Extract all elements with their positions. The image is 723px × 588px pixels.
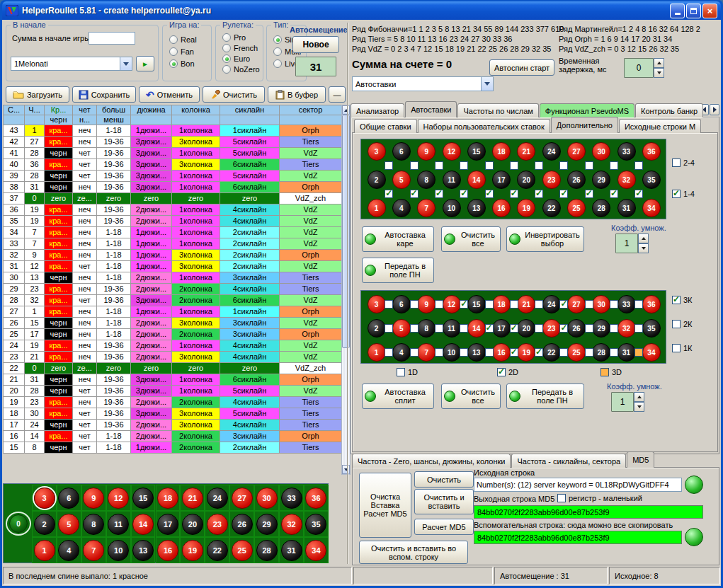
md5-source-sphere-button[interactable] [685, 475, 703, 494]
spin-row-35[interactable]: 3519кра...неч19-362дюжи...1колонка4сикла… [4, 216, 342, 227]
number-2[interactable]: 2 [368, 319, 386, 338]
number-28[interactable]: 28 [256, 540, 278, 561]
spin-row-19[interactable]: 1923кра...неч19-362дюжи...2колонка4сикла… [4, 397, 342, 408]
number-17[interactable]: 17 [492, 171, 511, 189]
spin-row-36[interactable]: 3619кра...неч19-362дюжи...1колонка4сикла… [4, 204, 342, 216]
maximize-button[interactable] [686, 4, 701, 18]
number-16[interactable]: 16 [492, 343, 511, 362]
number-22[interactable]: 22 [542, 343, 561, 362]
number-26[interactable]: 26 [232, 514, 253, 535]
number-33[interactable]: 33 [617, 295, 636, 313]
number-15[interactable]: 15 [132, 488, 154, 509]
tab-частота-zero-шансы-дюжины-колонки[interactable]: Частота - Zero, шансы, дюжины, колонки [352, 454, 511, 468]
radio-pro[interactable]: Pro [222, 32, 262, 42]
spin-down-icon[interactable] [634, 402, 644, 412]
number-12[interactable]: 12 [443, 295, 461, 313]
number-31[interactable]: 31 [281, 540, 302, 561]
number-15[interactable]: 15 [467, 295, 486, 313]
split-checkbox-0-3[interactable]: ✓ [460, 300, 468, 309]
column-header[interactable] [25, 115, 45, 125]
spin-row-43[interactable]: 431кра...неч1-181дюжи...1колонка1сиклайн… [4, 125, 342, 137]
number-31[interactable]: 31 [617, 199, 636, 217]
kare-bottom-checkbox-10[interactable]: ✓ [634, 190, 643, 198]
split-checkbox-1-6[interactable] [535, 324, 543, 333]
split-checkbox-0-10[interactable] [634, 300, 643, 309]
number-5[interactable]: 5 [392, 171, 411, 189]
md5-calc-button[interactable]: Расчет MD5 [414, 519, 474, 535]
number-35[interactable]: 35 [642, 319, 661, 338]
autospin-button[interactable]: Автоспин старт [489, 59, 554, 76]
number-2[interactable]: 2 [368, 171, 386, 189]
dozen-check-3D[interactable]: 3D [600, 368, 622, 376]
number-29[interactable]: 29 [256, 514, 278, 535]
transfer-split-button[interactable]: Передать в поле ПН [506, 384, 584, 409]
number-9[interactable]: 9 [417, 142, 435, 161]
number-5[interactable]: 5 [58, 514, 79, 535]
spin-row-41[interactable]: 4128чернчет19-363дюжи...1колонка5сиклайн… [4, 148, 342, 159]
dozen-check-1D[interactable]: 1D [397, 368, 418, 376]
split-checkbox-1-9[interactable] [610, 324, 618, 333]
number-13[interactable]: 13 [467, 199, 486, 217]
play-button[interactable]: ► [136, 56, 154, 71]
number-13[interactable]: 13 [132, 540, 154, 561]
column-check-2К[interactable]: 2К [672, 320, 693, 328]
number-4[interactable]: 4 [58, 540, 79, 561]
number-21[interactable]: 21 [517, 142, 535, 161]
number-16[interactable]: 16 [157, 540, 178, 561]
number-36[interactable]: 36 [642, 295, 661, 313]
number-24[interactable]: 24 [207, 488, 228, 509]
number-7[interactable]: 7 [83, 540, 104, 561]
radio-bon[interactable]: Bon [169, 57, 210, 69]
clear-all-split-button[interactable]: Очистить все [441, 384, 501, 409]
number-11[interactable]: 11 [443, 319, 461, 338]
spin-row-31[interactable]: 3112кра...чет1-181дюжи...3колонка2сиклай… [4, 261, 342, 272]
number-1[interactable]: 1 [368, 343, 386, 362]
number-3[interactable]: 3 [34, 488, 55, 509]
number-34[interactable]: 34 [642, 343, 661, 362]
column-header[interactable]: сектор [280, 105, 342, 115]
number-23[interactable]: 23 [207, 514, 228, 535]
md5-clear-button[interactable]: Очистить [414, 471, 474, 488]
number-34[interactable]: 34 [642, 199, 661, 217]
koef1-spinner[interactable]: 1 [615, 234, 649, 253]
number-16[interactable]: 16 [492, 199, 511, 217]
split-checkbox-1-8[interactable] [585, 324, 593, 333]
kare-bottom-checkbox-3[interactable]: ✓ [460, 190, 468, 198]
tab-дополнительно[interactable]: Дополнительно [551, 117, 618, 133]
number-11[interactable]: 11 [443, 171, 461, 189]
tab-наборы-пользовательских-ставок[interactable]: Наборы пользовательских ставок [418, 119, 550, 133]
number-1[interactable]: 1 [368, 199, 386, 217]
new-button[interactable]: Новое [292, 36, 339, 53]
split-checkbox-0-1[interactable] [410, 300, 419, 309]
minus-button[interactable]: — [329, 86, 346, 103]
column-header[interactable]: С... [4, 105, 25, 115]
split-checkbox-2-8[interactable] [585, 348, 593, 357]
number-17[interactable]: 17 [157, 514, 178, 535]
number-25[interactable]: 25 [567, 343, 586, 362]
tab-автоставки[interactable]: Автоставки [405, 101, 457, 117]
spin-row-26[interactable]: 2615черннеч1-182дюжи...3колонка3сиклайнV… [4, 318, 342, 329]
number-35[interactable]: 35 [305, 514, 326, 535]
column-check-1К[interactable]: 1К [672, 344, 693, 352]
tab-scroll-right-icon[interactable] [710, 104, 719, 115]
spin-row-29[interactable]: 2923кра...неч19-362дюжи...2колонка4сикла… [4, 284, 342, 295]
number-3[interactable]: 3 [368, 295, 386, 313]
md5-clear-insert-aux-button[interactable]: Очистить и вставить во вспом. строку [359, 541, 468, 564]
kare-top-checkbox-5[interactable] [510, 161, 518, 170]
number-27[interactable]: 27 [567, 295, 586, 313]
split-checkbox-2-6[interactable]: ✓ [535, 348, 543, 357]
number-6[interactable]: 6 [392, 295, 411, 313]
number-29[interactable]: 29 [592, 319, 610, 338]
number-5[interactable]: 5 [392, 319, 411, 338]
number-20[interactable]: 20 [182, 514, 203, 535]
number-33[interactable]: 33 [281, 488, 302, 509]
split-checkbox-0-4[interactable] [485, 300, 494, 309]
column-header[interactable]: Кр... [45, 105, 73, 115]
autobet-kare-button[interactable]: Автоставка каре [362, 226, 434, 252]
number-28[interactable]: 28 [592, 199, 610, 217]
number-30[interactable]: 30 [592, 142, 610, 161]
number-33[interactable]: 33 [617, 142, 636, 161]
kare-bottom-checkbox-7[interactable]: ✓ [559, 190, 568, 198]
spin-row-39[interactable]: 3928чернчет19-363дюжи...1колонка5сиклайн… [4, 171, 342, 182]
number-35[interactable]: 35 [642, 171, 661, 189]
